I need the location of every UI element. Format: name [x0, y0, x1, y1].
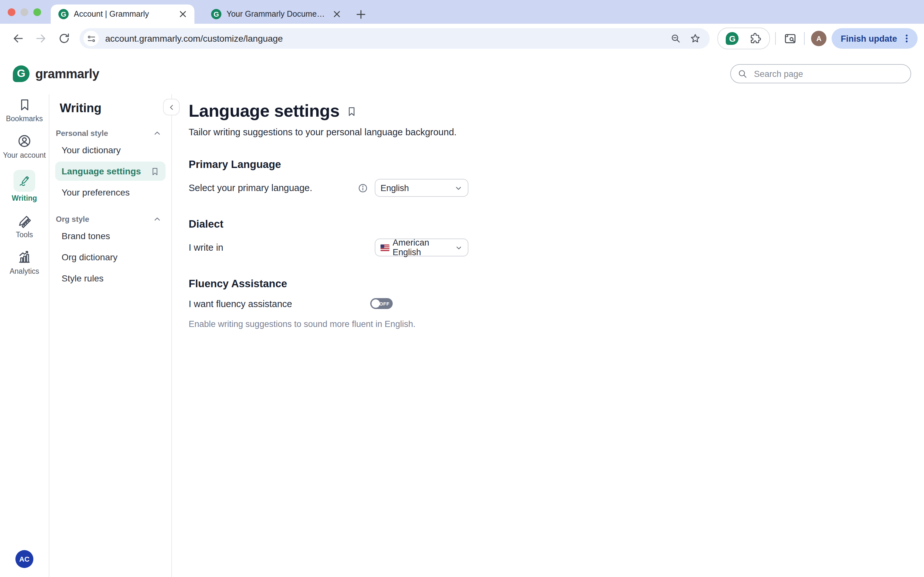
primary-language-label: Select your primary language. [189, 183, 312, 193]
close-window-button[interactable] [8, 8, 15, 16]
dialect-label: I write in [189, 242, 223, 253]
tab-title: Account | Grammarly [74, 10, 173, 19]
info-icon[interactable] [357, 182, 368, 193]
toggle-state-label: OFF [379, 301, 389, 306]
chevron-left-icon [167, 103, 176, 111]
toggle-knob [372, 300, 380, 308]
analytics-icon [17, 250, 32, 265]
fluency-label: I want fluency assistance [189, 298, 292, 309]
page-subtitle: Tailor writing suggestions to your perso… [189, 127, 924, 137]
minimize-window-button[interactable] [21, 8, 28, 16]
us-flag-icon [381, 244, 389, 251]
fluency-heading: Fluency Assistance [189, 277, 924, 290]
rail-item-analytics[interactable]: Analytics [10, 250, 39, 275]
selected-dialect: American English [393, 238, 455, 257]
sidebar-item-brand-tones[interactable]: Brand tones [49, 226, 171, 245]
tab-account-grammarly[interactable]: G Account | Grammarly [51, 5, 194, 24]
chrome-menu-icon[interactable] [900, 31, 914, 45]
account-icon [17, 133, 32, 149]
selected-language: English [381, 183, 409, 193]
window-controls [8, 8, 41, 16]
main-content: Language settings Tailor writing suggest… [172, 94, 924, 577]
browser-toolbar: account.grammarly.com/customize/language… [0, 24, 924, 53]
account-avatar[interactable]: AC [15, 550, 33, 568]
icon-rail: Bookmarks Your account Writing Tools Ana… [0, 94, 49, 577]
tools-icon [17, 213, 32, 228]
collapse-sidebar-button[interactable] [163, 99, 180, 115]
site-settings-icon[interactable] [83, 31, 99, 46]
sidebar-item-label: Language settings [61, 166, 141, 176]
page-search-box[interactable] [730, 64, 911, 83]
grammarly-wordmark: grammarly [35, 66, 99, 81]
sidebar-title: Writing [49, 101, 171, 116]
chevron-up-icon [153, 215, 162, 224]
rail-item-writing[interactable]: Writing [12, 170, 37, 202]
chevron-down-icon [454, 184, 463, 192]
zoom-window-button[interactable] [33, 8, 41, 16]
sidebar-item-your-preferences[interactable]: Your preferences [49, 183, 171, 202]
close-tab-icon[interactable] [178, 9, 188, 19]
sidebar-item-language-settings[interactable]: Language settings [55, 161, 166, 181]
grammarly-favicon: G [58, 9, 69, 19]
writing-sidebar: Writing Personal style Your dictionary L… [49, 94, 172, 577]
sidebar-item-your-dictionary[interactable]: Your dictionary [49, 140, 171, 160]
grammarly-logo-mark-icon: G [13, 65, 29, 82]
sidebar-item-style-rules[interactable]: Style rules [49, 269, 171, 288]
dialect-heading: Dialect [189, 218, 924, 230]
toolbar-divider [804, 32, 805, 45]
page-title: Language settings [189, 101, 339, 121]
tab-your-grammarly-documents[interactable]: G Your Grammarly Documents [207, 5, 349, 24]
grammarly-extension-icon[interactable]: G [724, 29, 741, 47]
finish-update-label: Finish update [841, 34, 897, 43]
grammarly-favicon: G [211, 9, 221, 19]
address-bar[interactable]: account.grammarly.com/customize/language [79, 28, 710, 49]
toolbar-divider [775, 32, 776, 45]
section-org-style[interactable]: Org style [49, 214, 171, 224]
rail-item-tools[interactable]: Tools [16, 213, 33, 239]
side-panel-search-icon[interactable] [781, 29, 799, 47]
bookmark-star-icon[interactable] [687, 30, 704, 47]
search-input[interactable] [753, 68, 904, 79]
search-icon [737, 69, 748, 79]
bookmark-page-icon[interactable] [346, 105, 357, 117]
finish-update-button[interactable]: Finish update [832, 28, 918, 49]
forward-button[interactable] [31, 29, 51, 48]
extensions-container: G [718, 27, 771, 49]
extensions-puzzle-icon[interactable] [746, 29, 764, 47]
new-tab-button[interactable] [352, 6, 369, 23]
zoom-page-icon[interactable] [668, 30, 684, 47]
dialect-dropdown[interactable]: American English [375, 239, 468, 256]
back-button[interactable] [8, 29, 27, 48]
browser-profile-avatar[interactable]: A [811, 31, 827, 46]
tab-strip: G Account | Grammarly G Your Grammarly D… [0, 0, 924, 24]
chevron-up-icon [153, 129, 162, 138]
bookmark-icon [17, 97, 32, 112]
pen-icon [18, 174, 31, 187]
rail-item-bookmarks[interactable]: Bookmarks [6, 97, 43, 122]
reload-button[interactable] [55, 29, 74, 48]
bookmark-icon[interactable] [150, 166, 160, 176]
tab-title: Your Grammarly Documents [226, 10, 326, 19]
section-personal-style[interactable]: Personal style [49, 128, 171, 139]
close-tab-icon[interactable] [332, 9, 342, 19]
rail-item-your-account[interactable]: Your account [3, 133, 45, 159]
primary-language-dropdown[interactable]: English [375, 179, 468, 197]
chevron-down-icon [455, 243, 463, 251]
fluency-toggle[interactable]: OFF [370, 298, 393, 309]
fluency-caption: Enable writing suggestions to sound more… [189, 319, 924, 329]
grammarly-logo[interactable]: G grammarly [13, 65, 99, 82]
sidebar-item-org-dictionary[interactable]: Org dictionary [49, 247, 171, 267]
primary-language-heading: Primary Language [189, 158, 924, 171]
app-header: G grammarly [0, 53, 924, 94]
writing-tile [13, 170, 35, 192]
url-text: account.grammarly.com/customize/language [105, 33, 665, 44]
